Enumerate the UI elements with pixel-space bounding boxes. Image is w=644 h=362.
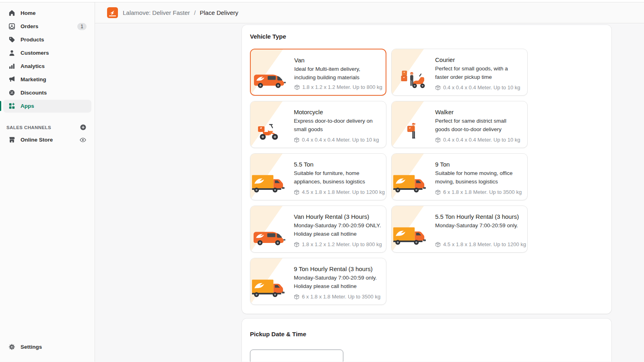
vehicle-dimensions: 1.8 x 1.2 x 1.2 Meter. Up to 800 kg — [294, 84, 381, 90]
discounts-icon — [8, 89, 16, 97]
vehicle-description: Perfect for same district small goods do… — [435, 117, 522, 134]
vehicle-dimensions: 4.5 x 1.8 x 1.8 Meter. Up to 1200 kg — [294, 189, 381, 195]
vehicle-dimensions-text: 1.8 x 1.2 x 1.2 Meter. Up to 800 kg — [302, 241, 382, 247]
sidebar-item-label: Orders — [21, 23, 38, 29]
vehicle-option-5-5-ton[interactable]: 5.5 Ton Suitable for furniture, home app… — [250, 153, 386, 200]
customers-icon — [8, 49, 16, 57]
vehicle-description: Express door-to-door delivery on small g… — [294, 117, 381, 134]
vehicle-name: 5.5 Ton — [294, 160, 381, 169]
sidebar-item-online-store[interactable]: Online Store — [0, 133, 95, 146]
sales-channels-navigation: Online Store — [0, 133, 95, 146]
vehicle-options-grid: Van Ideal for Multi-item delivery, inclu… — [250, 49, 603, 305]
gear-icon — [8, 343, 16, 351]
eye-icon[interactable] — [79, 136, 87, 144]
vehicle-dimensions: 0.4 x 0.4 x 0.4 Meter. Up to 10 kg — [294, 137, 381, 143]
page-content: Vehicle Type Van Ideal for Multi-item de… — [95, 23, 644, 362]
package-cube-icon — [435, 85, 441, 90]
sales-channels-label: SALES CHANNELS — [6, 125, 51, 130]
truck-illustration — [392, 173, 427, 194]
vehicle-option-9-ton-hourly-rental-3-hours[interactable]: 9 Ton Hourly Rental (3 hours) Monday-Sat… — [250, 258, 386, 305]
analytics-icon — [8, 62, 16, 70]
vehicle-image-panel — [392, 101, 435, 148]
orders-count-badge: 1 — [77, 23, 87, 30]
active-indicator — [0, 101, 1, 111]
sidebar-item-label: Discounts — [21, 90, 47, 96]
sidebar-item-label: Customers — [21, 50, 49, 56]
vehicle-name: Van — [294, 56, 381, 65]
vehicle-description: Monday-Saturday 7:00-20:59 only. Holiday… — [294, 274, 381, 290]
vehicle-description: Perfect for small goods, with a faster o… — [435, 65, 522, 81]
vehicle-option-van-hourly-rental-3-hours[interactable]: Van Hourly Rental (3 Hours) Monday-Satur… — [250, 206, 386, 253]
products-icon — [8, 36, 16, 43]
vehicle-dimensions-text: 0.4 x 0.4 x 0.4 Meter. Up to 10 kg — [443, 84, 520, 90]
vehicle-option-motorcycle[interactable]: Motorcycle Express door-to-door delivery… — [250, 101, 386, 148]
package-cube-icon — [435, 137, 441, 143]
vehicle-dimensions-text: 6 x 1.8 x 1.8 Meter. Up to 3500 kg — [302, 294, 380, 300]
sidebar-item-label: Analytics — [21, 63, 45, 69]
breadcrumb: Lalamove: Deliver Faster / Place Deliver… — [123, 9, 238, 16]
vehicle-image-panel — [392, 154, 435, 200]
vehicle-dimensions-text: 0.4 x 0.4 x 0.4 Meter. Up to 10 kg — [443, 137, 520, 143]
pickup-date-input[interactable] — [250, 350, 343, 362]
sidebar-item-label: Products — [21, 37, 44, 43]
package-cube-icon — [435, 189, 441, 195]
van-illustration — [252, 224, 287, 246]
vehicle-name: Courier — [435, 56, 522, 64]
sidebar-item-customers[interactable]: Customers — [0, 46, 95, 60]
sidebar-item-settings[interactable]: Settings — [0, 340, 95, 354]
vehicle-dimensions: 1.8 x 1.2 x 1.2 Meter. Up to 800 kg — [294, 241, 381, 247]
sidebar-item-discounts[interactable]: Discounts — [0, 86, 95, 99]
vehicle-option-9-ton[interactable]: 9 Ton Suitable for home moving, office m… — [391, 153, 528, 200]
vehicle-option-van[interactable]: Van Ideal for Multi-item delivery, inclu… — [250, 49, 386, 96]
marketing-icon — [8, 76, 16, 83]
vehicle-dimensions-text: 4.5 x 1.8 x 1.8 Meter. Up to 1200 kg — [302, 189, 385, 195]
sidebar-item-apps[interactable]: Apps — [0, 99, 95, 113]
package-cube-icon — [294, 84, 300, 90]
vehicle-image-panel — [392, 49, 435, 95]
vehicle-name: Van Hourly Rental (3 Hours) — [294, 212, 381, 221]
vehicle-name: 9 Ton Hourly Rental (3 hours) — [294, 265, 381, 274]
vehicle-dimensions-text: 4.5 x 1.8 x 1.8 Meter. Up to 1200 kg — [443, 241, 526, 247]
package-cube-icon — [294, 137, 299, 143]
vehicle-option-5-5-ton-hourly-rental-3-hours[interactable]: 5.5 Ton Hourly Rental (3 hours) Monday-S… — [391, 206, 528, 253]
vehicle-dimensions-text: 0.4 x 0.4 x 0.4 Meter. Up to 10 kg — [302, 137, 379, 143]
vehicle-image-panel — [250, 258, 294, 304]
sidebar-item-label: Online Store — [21, 137, 53, 143]
pickup-date-time-card: Pickup Date & Time — [242, 319, 611, 362]
sidebar: Home Orders 1 Products Customers — [0, 2, 95, 362]
vehicle-type-title: Vehicle Type — [250, 33, 603, 40]
sidebar-item-label: Apps — [21, 103, 34, 109]
vehicle-name: Walker — [435, 108, 522, 117]
vehicle-dimensions: 0.4 x 0.4 x 0.4 Meter. Up to 10 kg — [435, 84, 522, 90]
truck-illustration — [251, 277, 286, 298]
sidebar-item-label: Settings — [21, 344, 42, 350]
vehicle-image-panel — [251, 49, 294, 95]
vehicle-dimensions: 4.5 x 1.8 x 1.8 Meter. Up to 1200 kg — [435, 241, 522, 247]
lalamove-logo — [107, 7, 118, 18]
sidebar-item-marketing[interactable]: Marketing — [0, 73, 95, 86]
breadcrumb-app-link[interactable]: Lalamove: Deliver Faster — [123, 9, 190, 16]
vehicle-image-panel — [250, 206, 294, 252]
vehicle-dimensions-text: 6 x 1.8 x 1.8 Meter. Up to 3500 kg — [443, 189, 522, 195]
orders-icon — [8, 23, 16, 30]
package-cube-icon — [294, 294, 299, 300]
add-sales-channel-button[interactable] — [80, 124, 87, 131]
sidebar-item-products[interactable]: Products — [0, 33, 95, 46]
truck-illustration — [392, 225, 427, 246]
package-cube-icon — [294, 189, 299, 195]
vehicle-image-panel — [250, 154, 294, 200]
sidebar-item-orders[interactable]: Orders 1 — [0, 20, 95, 33]
sidebar-item-home[interactable]: Home — [0, 6, 95, 20]
package-cube-icon — [294, 242, 299, 247]
app-header: Lalamove: Deliver Faster / Place Deliver… — [95, 2, 644, 23]
apps-icon — [8, 102, 16, 110]
store-icon — [8, 136, 16, 144]
pickup-date-time-title: Pickup Date & Time — [250, 331, 603, 337]
vehicle-option-courier[interactable]: Courier Perfect for small goods, with a … — [391, 49, 528, 96]
courier-illustration — [400, 69, 425, 89]
vehicle-image-panel — [250, 101, 294, 148]
vehicle-option-walker[interactable]: Walker Perfect for same district small g… — [391, 101, 528, 148]
vehicle-dimensions-text: 1.8 x 1.2 x 1.2 Meter. Up to 800 kg — [302, 84, 382, 90]
sidebar-item-analytics[interactable]: Analytics — [0, 60, 95, 73]
vehicle-dimensions: 6 x 1.8 x 1.8 Meter. Up to 3500 kg — [294, 294, 381, 300]
